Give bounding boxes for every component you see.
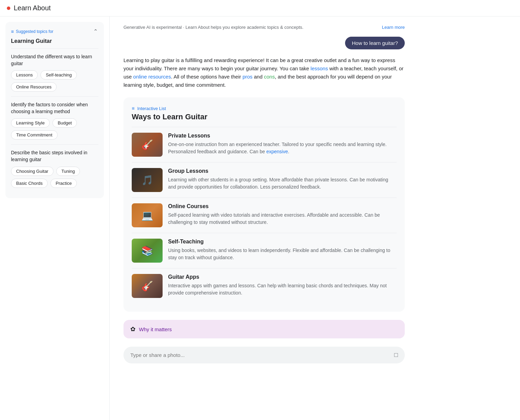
topic-group-2: Identify the factors to consider when ch… [11,96,98,144]
sidebar-section-title: Learning Guitar [11,38,98,44]
chip-budget[interactable]: Budget [52,118,77,128]
chip-time-commitment[interactable]: Time Commitment [11,130,58,140]
app-title: Learn About [14,4,51,12]
logo-dot [7,7,10,10]
sidebar-section-header: ≡ Suggested topics for ⌃ [11,27,98,35]
image-group-lessons [132,168,163,192]
list-icon: ≡ [11,29,14,34]
list-item-content-private: Private Lessons One-on-one instruction f… [168,133,397,155]
list-item-desc-self: Using books, websites, and videos to lea… [168,247,397,261]
why-matters-text: Why it matters [139,326,172,332]
chips-group-2: Learning Style Budget Time Commitment [11,118,98,140]
sidebar-section-label: Suggested topics for [16,29,53,34]
topic-group-1: Understand the different ways to learn g… [11,48,98,96]
chip-self-teaching[interactable]: Self-teaching [40,70,77,80]
list-item-desc-group: Learning with other students in a group … [168,176,397,191]
chat-input[interactable] [130,352,391,358]
interactive-card-header: ≡ Interactive List [132,106,397,111]
collapse-button[interactable]: ⌃ [93,27,98,35]
why-it-matters[interactable]: ✿ Why it matters [123,320,405,338]
interactive-icon: ≡ [132,106,134,111]
ai-notice-text: Generative AI is experimental · Learn Ab… [123,25,304,30]
list-item-title-private: Private Lessons [168,133,397,139]
chip-learning-style[interactable]: Learning Style [11,118,50,128]
layout: ≡ Suggested topics for ⌃ Learning Guitar… [0,16,520,420]
sparkle-icon: ✿ [130,325,135,333]
chips-group-3: Choosing Guitar Tuning Basic Chords Prac… [11,167,98,188]
list-item-self-teaching: Self-Teaching Using books, websites, and… [132,233,397,268]
list-item-guitar-apps: Guitar Apps Interactive apps with games … [132,268,397,303]
topic-group-2-title: Identify the factors to consider when ch… [11,101,98,115]
image-guitar-apps [132,274,163,298]
main-content: Generative AI is experimental · Learn Ab… [110,16,418,420]
list-item-desc-apps: Interactive apps with games and lessons.… [168,282,397,297]
image-online-courses [132,203,163,227]
list-item-group-lessons: Group Lessons Learning with other studen… [132,162,397,197]
intro-text: Learning to play guitar is a fulfilling … [123,56,405,89]
header: Learn About [0,0,520,16]
chip-basic-chords[interactable]: Basic Chords [11,179,48,188]
list-item-title-online: Online Courses [168,203,397,209]
chip-tuning[interactable]: Tuning [56,167,80,176]
list-item-content-self: Self-Teaching Using books, websites, and… [168,239,397,261]
topic-group-1-title: Understand the different ways to learn g… [11,53,98,67]
chip-online-resources[interactable]: Online Resources [11,82,57,92]
input-area: □ [123,347,405,363]
list-item-title-self: Self-Teaching [168,239,397,245]
query-pill: How to learn guitar? [345,37,405,49]
sidebar: ≡ Suggested topics for ⌃ Learning Guitar… [0,16,110,420]
list-item-desc-private: One-on-one instruction from an experienc… [168,141,397,155]
image-self-teaching [132,239,163,263]
learn-more-link[interactable]: Learn more [382,25,405,30]
list-item-content-group: Group Lessons Learning with other studen… [168,168,397,191]
chip-choosing-guitar[interactable]: Choosing Guitar [11,167,54,176]
image-upload-icon[interactable]: □ [394,351,398,359]
list-item-online-courses: Online Courses Self-paced learning with … [132,197,397,233]
list-item-title-group: Group Lessons [168,168,397,174]
list-item-content-apps: Guitar Apps Interactive apps with games … [168,274,397,297]
list-item-title-apps: Guitar Apps [168,274,397,280]
topic-group-3: Describe the basic steps involved in lea… [11,144,98,192]
topic-group-3-title: Describe the basic steps involved in lea… [11,149,98,163]
ai-notice-bar: Generative AI is experimental · Learn Ab… [123,25,405,30]
interactive-title: Ways to Learn Guitar [132,112,397,121]
chip-practice[interactable]: Practice [50,179,77,188]
interactive-list-card: ≡ Interactive List Ways to Learn Guitar … [123,97,405,312]
interactive-label: Interactive List [137,106,166,111]
list-item-private-lessons: Private Lessons One-on-one instruction f… [132,127,397,162]
list-item-desc-online: Self-paced learning with video tutorials… [168,212,397,226]
chip-lessons[interactable]: Lessons [11,70,38,80]
list-item-content-online: Online Courses Self-paced learning with … [168,203,397,226]
image-private-lessons [132,133,163,157]
chips-group-1: Lessons Self-teaching Online Resources [11,70,98,92]
sidebar-section: ≡ Suggested topics for ⌃ Learning Guitar… [5,22,104,198]
